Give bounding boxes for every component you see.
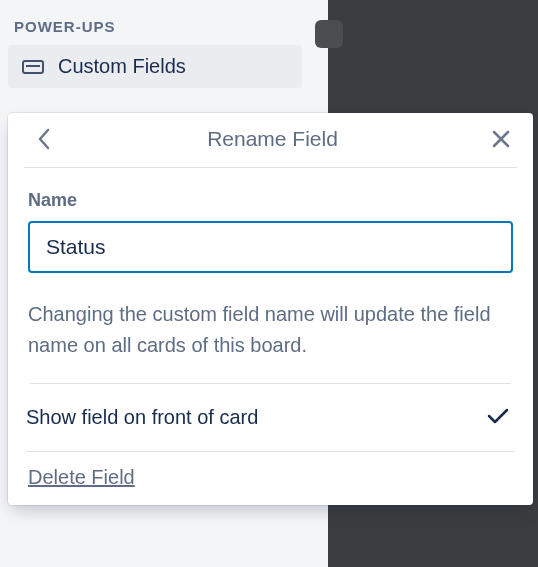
delete-field-link[interactable]: Delete Field (8, 452, 135, 489)
close-icon (491, 129, 511, 149)
name-label: Name (28, 190, 513, 211)
help-text: Changing the custom field name will upda… (28, 299, 513, 361)
sidebar: POWER-UPS Custom Fields (0, 0, 328, 96)
modal-title: Rename Field (58, 127, 487, 151)
modal-body: Name Changing the custom field name will… (8, 168, 533, 384)
check-icon (487, 407, 509, 429)
rename-field-modal: Rename Field Name Changing the custom fi… (8, 113, 533, 505)
show-on-front-toggle[interactable]: Show field on front of card (8, 384, 533, 451)
close-button[interactable] (487, 125, 515, 153)
modal-header: Rename Field (8, 113, 533, 167)
name-input[interactable] (28, 221, 513, 273)
back-button[interactable] (30, 125, 58, 153)
powerup-label: Custom Fields (58, 55, 186, 78)
show-on-front-label: Show field on front of card (26, 406, 258, 429)
powerup-item-custom-fields[interactable]: Custom Fields (8, 45, 302, 88)
chevron-left-icon (37, 128, 51, 150)
card-icon (22, 60, 44, 74)
section-heading-powerups: POWER-UPS (8, 18, 320, 45)
